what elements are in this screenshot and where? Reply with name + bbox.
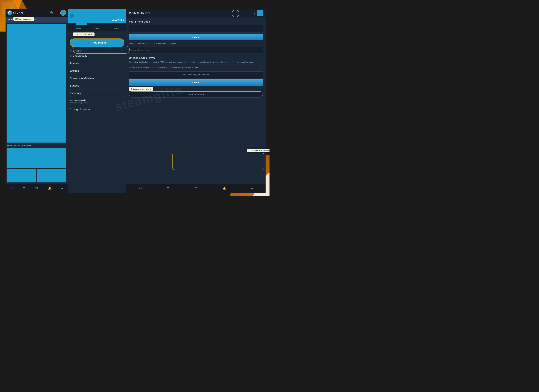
right-panel: COMMUNITY ⋮ Your Friend Code COPY Enter … [126,9,265,193]
tab-games[interactable]: Games [68,26,87,31]
menu-item-inventory[interactable]: Inventory [68,90,126,97]
left-bottom-nav: 🏷 ☰ 🛡 🔔 ≡ [5,184,68,193]
add-friends-section: 👥 Add friends [68,37,126,49]
community-title: COMMUNITY [129,12,151,15]
chevron-right-icon: › [124,100,124,103]
friend-code-title: Your Friend Code [129,20,263,23]
tab-wallet[interactable]: Wallet [107,26,126,31]
r-bottom-menu-icon[interactable]: ≡ [251,187,253,190]
checkmark-icon: ✔ [129,66,131,69]
note-text: ✔ NOTE: Each link can only be used once … [129,66,263,70]
add-friends-button[interactable]: 👥 Add friends [70,38,124,47]
profile-avatar [76,14,87,25]
community-avatar [257,10,263,16]
menu-item-friends[interactable]: Friends [68,60,126,67]
copy-invite-link-button[interactable]: COPY [129,79,263,86]
friend-code-section: Your Friend Code COPY Enter your friend'… [126,18,265,100]
menu-item-account-details[interactable]: Account Details Store, Security, Family … [68,97,126,106]
view-profile-button[interactable]: View Profile [112,19,124,21]
featured-item-main[interactable] [7,148,66,168]
chevron-right-icon-2: › [124,108,124,111]
menu-item-groups[interactable]: Groups [68,67,126,75]
quick-invite-description: Generate a link to share via email or SM… [129,61,263,64]
my-content-label: MY CONTENT [68,49,126,52]
more-options-icon[interactable]: ⋮ [56,11,58,14]
menu-item-friend-activity[interactable]: Friend Activity [68,52,126,60]
steam-logo: STEAM [7,10,23,15]
steam-icon [7,10,12,15]
steam-title: STEAM [13,11,23,14]
featured-grid [7,148,66,184]
featured-item-2[interactable] [37,169,67,182]
annotation-3: 3) Создаем новую ссылку [129,87,153,91]
bottom-nav-bell-icon[interactable]: 🔔 [46,186,53,191]
r-bottom-shield-icon[interactable]: 🛡 [195,187,197,190]
community-more-icon[interactable]: ⋮ [253,11,256,15]
annotation-1: 1) Жмем на аватарку [13,17,34,21]
left-panel: STEAM 🔍 ⋮ 1) Жмем на аватарку MENU ▼ WIS… [5,9,68,193]
generate-new-link-button[interactable]: Generate new link [129,91,263,97]
r-bottom-tag-icon[interactable]: 🏷 [139,187,142,190]
bottom-nav-list-icon[interactable]: ☰ [21,186,27,191]
middle-panel: ‹ View Profile Games Friends Wallet 2) «… [68,9,126,193]
menu-item-screenshots[interactable]: Screenshots/Videos [68,75,126,82]
r-bottom-list-icon[interactable]: ☰ [167,187,169,190]
featured-section: FEATURED & RECOMMENDED [5,144,68,184]
back-button[interactable]: ‹ [70,14,74,18]
featured-item-1[interactable] [7,169,36,182]
featured-title: FEATURED & RECOMMENDED [7,144,66,148]
profile-header: ‹ View Profile [68,9,126,23]
friend-code-display [129,25,263,33]
store-banner [7,24,66,142]
search-icon[interactable]: 🔍 [50,11,54,14]
menu-item-badges[interactable]: Badges [68,82,126,90]
annotation-2: 2) «Добавить друзей» [73,33,95,36]
steam-header: STEAM 🔍 ⋮ [5,9,68,17]
avatar[interactable] [60,10,66,16]
add-friends-icon: 👥 [88,41,91,44]
header-icons: 🔍 ⋮ [50,10,66,16]
quick-invite-title: Or send a Quick Invite [129,57,263,59]
tab-friends[interactable]: Friends [87,26,107,31]
friend-code-helper: Enter your friend's Friend Code to invit… [129,42,263,45]
bottom-nav-menu-icon[interactable]: ≡ [60,186,65,191]
menu-item-change-account[interactable]: Change Account › [68,106,126,113]
annotation-4: 4) Копируем новую ссылку [247,149,265,152]
main-container: STEAM 🔍 ⋮ 1) Жмем на аватарку MENU ▼ WIS… [5,9,265,193]
bottom-nav-tag-icon[interactable]: 🏷 [9,186,15,191]
right-bottom-nav: 🏷 ☰ 🛡 🔔 ≡ [126,184,265,193]
steam-svg-icon [8,11,11,14]
menu-items-list: Friend Activity Friends Groups Screensho… [68,52,126,193]
friend-code-input[interactable] [129,47,263,53]
bottom-nav-shield-icon[interactable]: 🛡 [34,186,40,191]
invite-link-display: https://s.team/p/ваша/ссылка [129,71,263,78]
r-bottom-bell-icon[interactable]: 🔔 [223,187,226,190]
community-header: COMMUNITY ⋮ [126,9,265,18]
copy-friend-code-button[interactable]: COPY [129,34,263,40]
